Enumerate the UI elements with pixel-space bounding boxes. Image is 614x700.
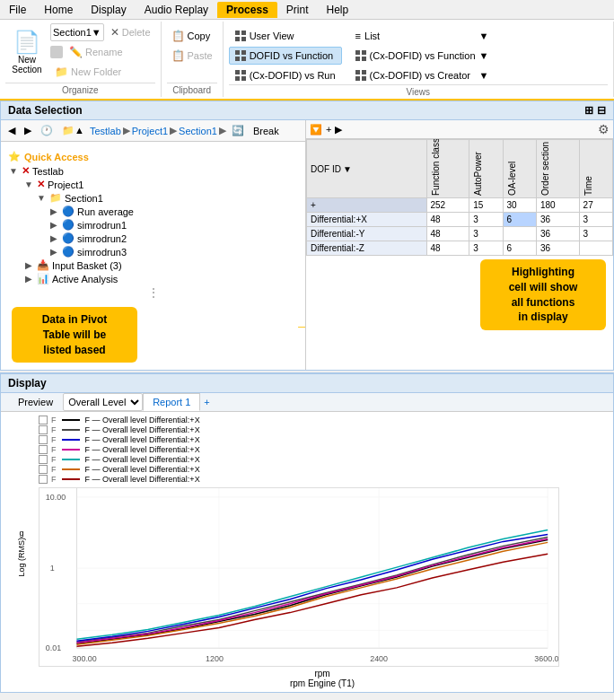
tree-item-section1[interactable]: ▼ 📁 Section1	[8, 191, 298, 205]
new-folder-button[interactable]: 📁 New Folder	[50, 63, 126, 81]
cell-empty-2[interactable]	[579, 241, 612, 256]
panel-close-icon[interactable]: ⊟	[597, 104, 606, 117]
rename-button[interactable]: ✏️ Rename	[65, 43, 127, 61]
legend-check-0[interactable]	[39, 416, 48, 424]
cell-3-3[interactable]: 3	[469, 227, 503, 241]
cell-27[interactable]: 27	[579, 198, 612, 213]
menu-file[interactable]: File	[0, 2, 35, 18]
menu-print[interactable]: Print	[277, 2, 318, 18]
tab-preview[interactable]: Preview	[8, 393, 63, 411]
expand-input-basket[interactable]: ▶	[23, 260, 34, 270]
new-section-button[interactable]: 📄 NewSection	[5, 25, 48, 79]
expand-active-analysis[interactable]: ▶	[23, 274, 34, 284]
panel-layout-icon[interactable]: ⊞	[584, 104, 593, 117]
breadcrumb-testlab[interactable]: Testlab	[90, 126, 121, 136]
expand-simrodrun3[interactable]: ▶	[48, 247, 59, 257]
tree-item-active-analysis[interactable]: ▶ 📊 Active Analysis	[8, 272, 298, 285]
cell-48-1[interactable]: 48	[426, 213, 469, 227]
breadcrumb-section1[interactable]: Section1	[179, 126, 217, 136]
grid-icon	[235, 31, 246, 41]
tree-item-simrodrun3[interactable]: ▶ 🔵 simrodrun3	[8, 245, 298, 258]
cell-36-3[interactable]: 36	[536, 241, 579, 256]
cx-dofid-vs-function-button[interactable]: (Cx-DOFID) vs Function ▼	[349, 47, 496, 65]
nav-history-button[interactable]: 🕐	[37, 123, 57, 138]
menu-process[interactable]: Process	[217, 2, 277, 18]
legend-line-6	[62, 478, 80, 480]
svg-text:0.01: 0.01	[46, 644, 61, 653]
settings-icon[interactable]: ⚙	[598, 122, 610, 136]
legend-check-4[interactable]	[39, 455, 48, 464]
paste-button[interactable]: 📋 Paste	[167, 47, 217, 65]
cell-15[interactable]: 15	[469, 198, 503, 213]
dof-differential-y[interactable]: Differential:-Y	[307, 227, 427, 241]
quick-access-item[interactable]: ⭐ Quick Access	[8, 149, 298, 164]
cell-3-2[interactable]: 3	[579, 213, 612, 227]
menu-audio-replay[interactable]: Audio Replay	[136, 2, 217, 18]
menu-help[interactable]: Help	[318, 2, 358, 18]
tab-report1[interactable]: Report 1	[143, 393, 200, 411]
plus-cell[interactable]: +	[307, 198, 427, 213]
expand-project1[interactable]: ▼	[23, 179, 34, 189]
cell-30[interactable]: 30	[503, 198, 536, 213]
cell-48-3[interactable]: 48	[426, 241, 469, 256]
tree-item-simrodrun2[interactable]: ▶ 🔵 simrodrun2	[8, 232, 298, 245]
delete-button[interactable]: ✕ Delete	[106, 23, 155, 41]
nav-forward-button[interactable]: ▶	[21, 123, 35, 138]
cell-6-highlighted[interactable]: 6	[503, 213, 536, 227]
expand-simrodrun1[interactable]: ▶	[48, 220, 59, 230]
cell-180[interactable]: 180	[536, 198, 579, 213]
dof-differential-x[interactable]: Differential:+X	[307, 213, 427, 227]
legend-check-5[interactable]	[39, 465, 48, 474]
nav-refresh-button[interactable]: 🔄	[228, 123, 248, 138]
expand-testlab[interactable]: ▼	[8, 166, 19, 176]
legend-check-2[interactable]	[39, 435, 48, 444]
cell-3-4[interactable]: 3	[579, 227, 612, 241]
expand-run-average[interactable]: ▶	[48, 206, 59, 216]
tree-item-project1[interactable]: ▼ ✕ Project1	[8, 178, 298, 191]
list-view-button[interactable]: ≡ List ▼	[349, 27, 496, 45]
section1-label: Section1	[65, 193, 103, 204]
dof-sort-icon[interactable]: ▼	[343, 164, 352, 174]
add-tab-button[interactable]: +	[200, 394, 213, 410]
copy-button[interactable]: 📋 Copy	[167, 27, 217, 45]
filter-icon[interactable]: 🔽	[310, 124, 322, 136]
section-dropdown[interactable]: Section1 ▼	[50, 23, 104, 41]
cx-dofid-vs-run-button[interactable]: (Cx-DOFID) vs Run	[229, 66, 342, 84]
expand-simrodrun2[interactable]: ▶	[48, 233, 59, 243]
cell-36-2[interactable]: 36	[536, 227, 579, 241]
legend-check-3[interactable]	[39, 445, 48, 454]
cell-3-1[interactable]: 3	[469, 213, 503, 227]
expand-section1[interactable]: ▼	[36, 193, 47, 203]
dof-differential-z[interactable]: Differential:-Z	[307, 241, 427, 256]
cell-36-1[interactable]: 36	[536, 213, 579, 227]
cell-252[interactable]: 252	[426, 198, 469, 213]
cx-dofid-vs-creator-button[interactable]: (Cx-DOFID) vs Creator ▼	[349, 66, 496, 84]
chart-svg: 10.00 1 0.01 300.00 1200 2400 3600.00	[39, 487, 559, 667]
tree-item-run-average[interactable]: ▶ 🔵 Run average	[8, 205, 298, 218]
cell-3-5[interactable]: 3	[469, 241, 503, 256]
cell-48-2[interactable]: 48	[426, 227, 469, 241]
cell-6-2[interactable]: 6	[503, 241, 536, 256]
tree-item-testlab[interactable]: ▼ ✕ Testlab	[8, 164, 298, 178]
menu-display[interactable]: Display	[82, 2, 135, 18]
nav-back-button[interactable]: ◀	[4, 123, 19, 138]
nav-up-button[interactable]: 📁▲	[58, 123, 88, 138]
tree-item-simrodrun1[interactable]: ▶ 🔵 simrodrun1	[8, 218, 298, 232]
level-select[interactable]: Overall Level	[63, 393, 143, 411]
tree-item-input-basket[interactable]: ▶ 📥 Input Basket (3)	[8, 258, 298, 272]
breadcrumb-project1[interactable]: Project1	[132, 126, 168, 136]
svg-rect-14	[355, 57, 360, 61]
svg-rect-19	[362, 76, 366, 81]
user-view-button[interactable]: User View	[229, 27, 342, 45]
legend-check-6[interactable]	[39, 475, 48, 484]
legend-label-2: F — Overall level Differential:+X	[85, 435, 200, 444]
menu-home[interactable]: Home	[35, 2, 82, 18]
legend-check-1[interactable]	[39, 425, 48, 434]
add-icon[interactable]: +	[326, 124, 331, 135]
expand-icon[interactable]: ▶	[335, 124, 342, 136]
cell-empty-1[interactable]	[503, 227, 536, 241]
dofid-vs-function-button[interactable]: DOFID vs Function	[229, 47, 342, 65]
nav-break-button[interactable]: Break	[250, 124, 283, 138]
sep3: ▶	[219, 125, 226, 136]
sep2: ▶	[170, 125, 177, 136]
